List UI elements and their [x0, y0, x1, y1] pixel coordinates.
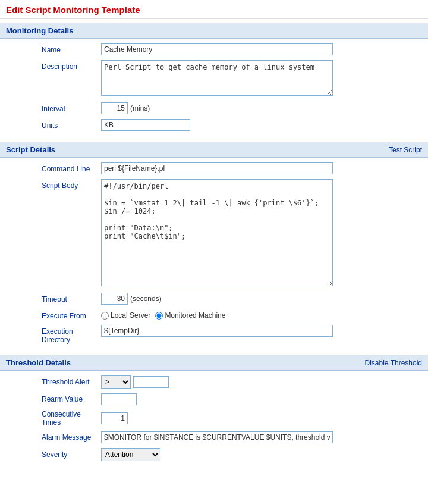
- command-line-row: Command Line: [6, 162, 422, 174]
- rearm-value-input[interactable]: [101, 393, 137, 405]
- timeout-label: Timeout: [6, 293, 101, 303]
- operator-select[interactable]: > < >= <= = !=: [101, 375, 131, 389]
- interval-input[interactable]: [101, 102, 128, 114]
- alarm-message-input[interactable]: [101, 431, 333, 443]
- consecutive-times-controls: [101, 412, 128, 424]
- severity-row: Severity Attention Warning Critical Info: [6, 448, 422, 461]
- monitored-machine-radio-label[interactable]: Monitored Machine: [155, 311, 225, 320]
- timeout-control: (seconds): [101, 293, 422, 305]
- script-details-header: Script Details Test Script: [0, 142, 428, 158]
- units-input[interactable]: [101, 119, 190, 131]
- execution-directory-label: Execution Directory: [6, 325, 101, 344]
- execute-from-label: Execute From: [6, 309, 101, 320]
- severity-select[interactable]: Attention Warning Critical Info: [101, 448, 160, 461]
- monitoring-details-title: Monitoring Details: [6, 26, 73, 35]
- alarm-message-controls: [101, 431, 333, 443]
- threshold-value-input[interactable]: [133, 376, 169, 388]
- consecutive-times-row: Consecutive Times: [6, 410, 422, 427]
- command-line-label: Command Line: [6, 162, 101, 173]
- description-label: Description: [6, 60, 101, 71]
- units-row: Units: [6, 119, 422, 131]
- units-label: Units: [6, 119, 101, 130]
- threshold-details-header: Threshold Details Disable Threshold: [0, 355, 428, 371]
- script-body-textarea[interactable]: #!/usr/bin/perl $in = `vmstat 1 2\| tail…: [101, 179, 333, 286]
- timeout-input[interactable]: [101, 293, 128, 305]
- monitoring-details-section: Name Description Perl Script to get cach…: [0, 39, 428, 142]
- page-title: Edit Script Monitoring Template: [0, 0, 428, 19]
- command-line-input[interactable]: [101, 162, 333, 174]
- script-body-row: Script Body #!/usr/bin/perl $in = `vmsta…: [6, 179, 422, 288]
- local-server-radio-label[interactable]: Local Server: [101, 311, 150, 320]
- interval-unit: (mins): [130, 104, 150, 112]
- description-row: Description Perl Script to get cache mem…: [6, 60, 422, 98]
- monitored-machine-radio[interactable]: [155, 312, 163, 320]
- command-line-control: [101, 162, 422, 174]
- description-control: Perl Script to get cache memory of a lin…: [101, 60, 422, 98]
- disable-threshold-button[interactable]: Disable Threshold: [365, 359, 423, 367]
- consecutive-times-input[interactable]: [101, 412, 128, 424]
- script-body-control: #!/usr/bin/perl $in = `vmstat 1 2\| tail…: [101, 179, 422, 288]
- name-label: Name: [6, 43, 101, 54]
- description-textarea[interactable]: Perl Script to get cache memory of a lin…: [101, 60, 333, 96]
- execute-from-control: Local Server Monitored Machine: [101, 309, 422, 320]
- execute-from-row: Execute From Local Server Monitored Mach…: [6, 309, 422, 320]
- local-server-radio[interactable]: [101, 312, 109, 320]
- script-body-label: Script Body: [6, 179, 101, 190]
- threshold-alert-controls: > < >= <= = !=: [101, 375, 169, 389]
- rearm-value-label: Rearm Value: [6, 395, 101, 403]
- monitored-machine-label: Monitored Machine: [165, 311, 225, 320]
- threshold-alert-label: Threshold Alert: [6, 378, 101, 386]
- severity-label: Severity: [6, 450, 101, 459]
- interval-control: (mins): [101, 102, 422, 114]
- execution-directory-row: Execution Directory: [6, 325, 422, 344]
- rearm-value-row: Rearm Value: [6, 393, 422, 405]
- units-control: [101, 119, 422, 131]
- script-details-title: Script Details: [6, 145, 55, 154]
- monitoring-details-header: Monitoring Details: [0, 23, 428, 39]
- severity-controls: Attention Warning Critical Info: [101, 448, 160, 461]
- interval-label: Interval: [6, 102, 101, 113]
- timeout-unit: (seconds): [130, 295, 162, 303]
- interval-row: Interval (mins): [6, 102, 422, 114]
- local-server-label: Local Server: [111, 311, 150, 320]
- script-details-section: Command Line Script Body #!/usr/bin/perl…: [0, 158, 428, 355]
- threshold-details-section: Threshold Alert > < >= <= = != Rearm Val…: [0, 371, 428, 472]
- rearm-value-controls: [101, 393, 137, 405]
- threshold-details-title: Threshold Details: [6, 358, 71, 367]
- timeout-row: Timeout (seconds): [6, 293, 422, 305]
- alarm-message-row: Alarm Message: [6, 431, 422, 443]
- name-row: Name: [6, 43, 422, 55]
- execution-directory-control: [101, 325, 422, 337]
- threshold-alert-row: Threshold Alert > < >= <= = !=: [6, 375, 422, 389]
- test-script-button[interactable]: Test Script: [389, 146, 422, 154]
- consecutive-times-label: Consecutive Times: [6, 410, 101, 427]
- execute-from-radio-group: Local Server Monitored Machine: [101, 309, 422, 320]
- name-control: [101, 43, 422, 55]
- alarm-message-label: Alarm Message: [6, 433, 101, 442]
- name-input[interactable]: [101, 43, 333, 55]
- execution-directory-input[interactable]: [101, 325, 333, 337]
